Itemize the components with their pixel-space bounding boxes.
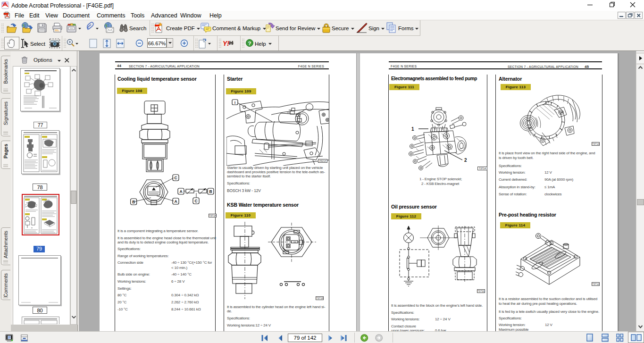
svg-text:2: 2 (464, 158, 467, 163)
svg-text:Y!: Y! (223, 40, 229, 47)
svg-text:Select: Select (30, 41, 46, 47)
svg-text:Help: Help (255, 41, 266, 47)
svg-text:B: B (132, 200, 135, 204)
svg-text:Sign: Sign (368, 25, 379, 31)
svg-text:1: 1 (411, 126, 414, 132)
svg-text:I: I (234, 100, 235, 105)
svg-text:Search: Search (129, 25, 146, 31)
svg-text:A: A (174, 199, 177, 204)
svg-text:?: ? (248, 41, 251, 46)
svg-text:Send for Review: Send for Review (276, 25, 316, 31)
svg-text:C: C (174, 176, 177, 180)
svg-text:Comment & Markup: Comment & Markup (212, 25, 260, 31)
svg-text:Forms: Forms (398, 25, 414, 31)
svg-text:C: C (194, 199, 197, 203)
svg-text:Create PDF: Create PDF (166, 25, 195, 31)
svg-text:B: B (209, 189, 212, 194)
svg-text:A: A (179, 189, 182, 194)
svg-text:Secure: Secure (332, 25, 349, 31)
